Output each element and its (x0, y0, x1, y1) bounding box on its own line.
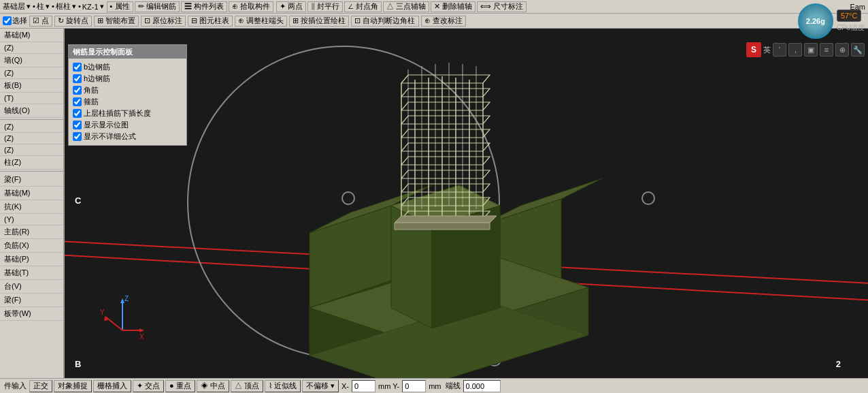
input-label: 件输入 (3, 381, 28, 391)
snap-btn[interactable]: 对象捕捉 (54, 380, 92, 392)
center-btn[interactable]: ◈ 中点 (197, 380, 229, 392)
svg-line-40 (483, 75, 490, 83)
steel-item-corner[interactable]: 角筋 (73, 84, 182, 96)
end-line-field[interactable]: 0.000 (463, 380, 501, 392)
left-item-column-z[interactable]: 柱(Z) (0, 156, 63, 170)
element-type-label: 柱 (37, 1, 44, 12)
left-item-z3[interactable]: (Z) (0, 121, 63, 133)
show-formula-checkbox[interactable] (73, 132, 82, 141)
check-annot-btn[interactable]: ⊕ 查改标注 (421, 16, 466, 27)
sw-tool-2[interactable]: ， (788, 43, 802, 57)
sw-tool-3[interactable]: ▣ (804, 43, 818, 57)
insert-len-checkbox[interactable] (73, 109, 82, 118)
h-edge-checkbox[interactable] (73, 74, 82, 83)
auto-judge-btn[interactable]: ⊡ 自动判断边角柱 (351, 16, 418, 27)
left-item-wall[interactable]: 墙(Q) (0, 54, 63, 67)
sw-tool-6[interactable]: 🔧 (851, 43, 865, 57)
sw-tool-5[interactable]: ⊕ (835, 43, 849, 57)
svg-text:Z: Z (124, 295, 129, 302)
adjust-tip-btn[interactable]: ⊕ 调整柱端头 (235, 16, 287, 27)
steel-item-show-formula[interactable]: 显示不详细公式 (73, 131, 182, 142)
corner-checkbox[interactable] (73, 86, 82, 95)
select-checkbox[interactable] (3, 16, 12, 25)
sep4: ▾ (100, 2, 104, 11)
rotate-btn[interactable]: ↻ 旋转点 (54, 16, 92, 27)
left-item-z2[interactable]: (Z) (0, 67, 63, 79)
origin-label-btn[interactable]: ⊡ 原位标注 (141, 16, 186, 27)
b-edge-checkbox[interactable] (73, 63, 82, 72)
left-item-found-p[interactable]: 基础(P) (0, 253, 63, 266)
component-list-btn[interactable]: ☰ 构件列表 (181, 1, 227, 12)
geo-tools: ✦ 两点 ∥ 封平行 ∠ 封点角 △ 三点辅轴 ✕ 删除辅轴 ⟺ 尺寸标注 (276, 1, 527, 12)
left-item-neg-x[interactable]: 负筋(X) (0, 239, 63, 253)
edit-steel-btn[interactable]: ✏ 编辑钢筋 (135, 1, 180, 12)
steel-item-insert-len[interactable]: 上层柱插筋下插长度 (73, 108, 182, 119)
left-item-found-t[interactable]: 基础(T) (0, 266, 63, 280)
dimension-btn[interactable]: ⟺ 尺寸标注 (477, 1, 527, 12)
h-edge-label: h边钢筋 (84, 74, 110, 84)
memory-cpu-row: 2.26g 57°C CPU温度 (798, 3, 865, 39)
left-item-axis[interactable]: 轴线(O) (0, 104, 63, 118)
smart-layout-btn[interactable]: ⊞ 智能布置 (94, 16, 139, 27)
mm-label: mm (427, 382, 442, 390)
left-item-slab[interactable]: 板(B) (0, 79, 63, 93)
orthogonal-btn[interactable]: 正交 (29, 380, 52, 392)
cpu-info: 57°C CPU温度 (837, 10, 865, 33)
left-item-strip-w[interactable]: 板带(W) (0, 307, 63, 321)
vertex-btn[interactable]: △ 顶点 (231, 380, 263, 392)
cpu-temp-value: 57°C (841, 12, 858, 20)
steel-item-stirrup[interactable]: 箍筋 (73, 96, 182, 108)
steel-item-b-edge[interactable]: b边钢筋 (73, 61, 182, 73)
layer-section: 基础层 ▾ • 柱 ▾ • 框柱 ▾ • KZ-1 ▾ (3, 1, 104, 12)
action-buttons: ▪ 属性 ✏ 编辑钢筋 ☰ 构件列表 ⊕ 拾取构件 (107, 1, 273, 12)
steel-item-h-edge[interactable]: h边钢筋 (73, 73, 182, 84)
label-C: C (75, 195, 81, 206)
no-offset-btn[interactable]: 不偏移 ▾ (302, 380, 339, 392)
svg-line-39 (401, 75, 408, 83)
midpoint-btn[interactable]: ● 重点 (165, 380, 195, 392)
element-table-btn[interactable]: ⊟ 图元柱表 (188, 16, 233, 27)
left-item-z4[interactable]: (Z) (0, 133, 63, 144)
y-field[interactable]: 0 (402, 380, 426, 392)
sep3: ▾ • (72, 2, 81, 11)
select-label: 选择 (12, 16, 27, 26)
grid-btn[interactable]: 栅格捕入 (93, 380, 131, 392)
select-tool[interactable]: 选择 (3, 16, 27, 26)
mm-y-label: mm Y- (377, 382, 401, 390)
svg-marker-49 (139, 328, 144, 332)
left-item-beam-f2[interactable]: 梁(F) (0, 294, 63, 307)
insert-len-label: 上层柱插筋下插长度 (84, 108, 151, 119)
pick-component-btn[interactable]: ⊕ 拾取构件 (229, 1, 273, 12)
steel-item-show-bitmap[interactable]: 显示显示位图 (73, 119, 182, 131)
x-field[interactable]: 0 (352, 380, 375, 392)
sw-tool-1[interactable]: ʼ (773, 43, 786, 57)
left-item-main-r[interactable]: 主筋(R) (0, 225, 63, 239)
left-item-y[interactable]: (Y) (0, 214, 63, 225)
toolbar-1: 基础层 ▾ • 柱 ▾ • 框柱 ▾ • KZ-1 ▾ ▪ 属性 ✏ 编辑钢筋 … (0, 0, 868, 14)
left-item-t[interactable]: (T) (0, 93, 63, 104)
id-label: KZ-1 (82, 3, 99, 11)
point-btn[interactable]: ☑ 点 (29, 16, 52, 27)
seal-angle-btn[interactable]: ∠ 封点角 (344, 1, 382, 12)
left-item-found-m[interactable]: 基础(M) (0, 187, 63, 200)
property-btn[interactable]: ▪ 属性 (107, 1, 133, 12)
sw-tool-4[interactable]: ≡ (820, 43, 833, 57)
delete-aux-btn[interactable]: ✕ 删除辅轴 (431, 1, 475, 12)
top-right-panel: 2.26g 57°C CPU温度 S 英 ʼ ， ▣ ≡ ⊕ 🔧 (746, 3, 865, 57)
left-item-resist-k[interactable]: 抗(K) (0, 200, 63, 214)
left-item-beam-f[interactable]: 梁(F) (0, 173, 63, 187)
insert-draw-btn[interactable]: ⊞ 按插位置绘柱 (289, 16, 349, 27)
two-point-btn[interactable]: ✦ 两点 (276, 1, 306, 12)
approx-btn[interactable]: ⌇ 近似线 (265, 380, 301, 392)
software-name: 英 (763, 45, 771, 55)
left-item-foundation[interactable]: 基础(M) (0, 29, 63, 42)
left-item-platform-v[interactable]: 台(V) (0, 280, 63, 294)
left-item-z5[interactable]: (Z) (0, 144, 63, 156)
seal-parallel-btn[interactable]: ∥ 封平行 (307, 1, 343, 12)
axis-indicator: Z X Y (99, 293, 146, 341)
show-bitmap-checkbox[interactable] (73, 121, 82, 129)
intersection-btn[interactable]: ✦ 交点 (133, 380, 164, 392)
three-point-btn[interactable]: △ 三点辅轴 (383, 1, 429, 12)
left-item-z1[interactable]: (Z) (0, 42, 63, 54)
stirrup-checkbox[interactable] (73, 97, 82, 106)
